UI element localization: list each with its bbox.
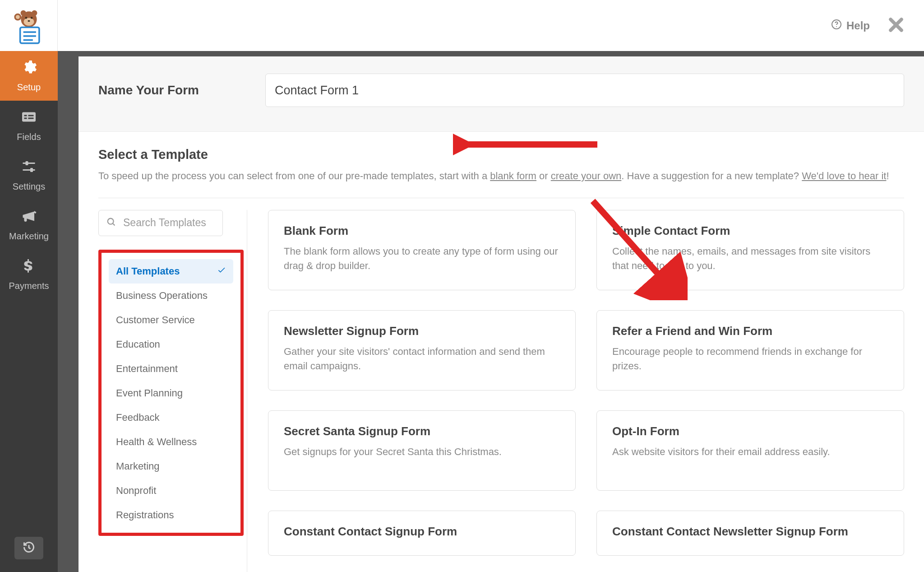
category-label: Entertainment xyxy=(116,363,178,375)
help-label: Help xyxy=(846,19,870,32)
divider xyxy=(98,198,904,198)
template-title: Opt-In Form xyxy=(612,424,888,438)
svg-rect-20 xyxy=(23,163,35,164)
form-name-input[interactable] xyxy=(265,74,904,107)
logo[interactable] xyxy=(0,0,58,51)
template-search-input[interactable] xyxy=(98,210,223,236)
select-template-subtext: To speed up the process you can select f… xyxy=(98,169,904,183)
select-template-heading: Select a Template xyxy=(98,147,904,162)
bullhorn-icon xyxy=(21,208,37,227)
close-button[interactable] xyxy=(888,17,904,35)
template-title: Simple Contact Form xyxy=(612,224,888,238)
category-all-templates[interactable]: All Templates xyxy=(109,259,233,284)
sidebar-item-label: Payments xyxy=(9,281,49,291)
help-icon xyxy=(831,19,842,33)
category-label: Business Operations xyxy=(116,290,208,302)
svg-point-5 xyxy=(30,17,32,19)
svg-point-2 xyxy=(32,10,37,15)
svg-point-8 xyxy=(15,15,19,19)
template-title: Blank Form xyxy=(284,224,560,238)
category-event-planning[interactable]: Event Planning xyxy=(109,381,233,405)
template-card-constant-contact-newsletter[interactable]: Constant Contact Newsletter Signup Form xyxy=(596,511,904,556)
form-name-row: Name Your Form xyxy=(79,56,924,132)
form-icon xyxy=(21,109,37,127)
template-card-secret-santa[interactable]: Secret Santa Signup Form Get signups for… xyxy=(268,410,576,491)
sliders-icon xyxy=(21,158,37,177)
category-label: Marketing xyxy=(116,460,160,472)
svg-rect-21 xyxy=(23,169,35,171)
builder-sidebar: Setup Fields Settings Marketing Payments xyxy=(0,51,58,572)
dollar-icon xyxy=(21,258,37,276)
sidebar-item-payments[interactable]: Payments xyxy=(0,250,58,299)
category-label: Customer Service xyxy=(116,314,195,326)
svg-point-24 xyxy=(108,219,114,224)
history-icon xyxy=(23,541,35,555)
svg-point-4 xyxy=(25,17,27,19)
template-card-newsletter-signup-form[interactable]: Newsletter Signup Form Gather your site … xyxy=(268,310,576,391)
category-label: All Templates xyxy=(116,265,180,277)
template-card-blank-form[interactable]: Blank Form The blank form allows you to … xyxy=(268,210,576,290)
category-label: Health & Wellness xyxy=(116,436,197,448)
category-feedback[interactable]: Feedback xyxy=(109,405,233,430)
template-desc: Collect the names, emails, and messages … xyxy=(612,244,888,273)
sidebar-item-marketing[interactable]: Marketing xyxy=(0,200,58,250)
template-title: Newsletter Signup Form xyxy=(284,324,560,338)
template-title: Constant Contact Newsletter Signup Form xyxy=(612,525,888,539)
close-icon xyxy=(888,27,904,34)
template-title: Secret Santa Signup Form xyxy=(284,424,560,438)
template-card-refer-a-friend[interactable]: Refer a Friend and Win Form Encourage pe… xyxy=(596,310,904,391)
sidebar-item-label: Setup xyxy=(17,82,41,93)
svg-rect-17 xyxy=(28,115,34,116)
template-card-simple-contact-form[interactable]: Simple Contact Form Collect the names, e… xyxy=(596,210,904,290)
category-nonprofit[interactable]: Nonprofit xyxy=(109,479,233,503)
sidebar-item-label: Fields xyxy=(17,132,41,142)
sidebar-item-label: Marketing xyxy=(9,231,49,242)
category-business-operations[interactable]: Business Operations xyxy=(109,284,233,308)
template-desc: Encourage people to recommend friends in… xyxy=(612,344,888,373)
svg-rect-15 xyxy=(22,112,36,122)
help-link[interactable]: Help xyxy=(831,19,870,33)
suggestion-link[interactable]: We'd love to hear it xyxy=(802,170,886,181)
svg-rect-19 xyxy=(28,118,34,119)
svg-point-1 xyxy=(20,10,26,15)
category-label: Event Planning xyxy=(116,387,183,399)
category-marketing[interactable]: Marketing xyxy=(109,454,233,479)
category-label: Nonprofit xyxy=(116,485,156,497)
template-desc: Ask website visitors for their email add… xyxy=(612,445,888,459)
blank-form-link[interactable]: blank form xyxy=(490,170,536,181)
sidebar-item-setup[interactable]: Setup xyxy=(0,51,58,101)
svg-point-14 xyxy=(836,26,837,27)
category-customer-service[interactable]: Customer Service xyxy=(109,308,233,332)
template-title: Refer a Friend and Win Form xyxy=(612,324,888,338)
history-button[interactable] xyxy=(14,537,43,559)
sidebar-item-settings[interactable]: Settings xyxy=(0,150,58,200)
category-registrations[interactable]: Registrations xyxy=(109,503,233,527)
category-entertainment[interactable]: Entertainment xyxy=(109,357,233,381)
template-desc: The blank form allows you to create any … xyxy=(284,244,560,273)
svg-rect-18 xyxy=(24,118,27,119)
template-desc: Get signups for your Secret Santa this C… xyxy=(284,445,560,459)
sidebar-item-label: Settings xyxy=(13,181,45,192)
svg-point-6 xyxy=(28,20,30,22)
category-education[interactable]: Education xyxy=(109,332,233,357)
template-desc: Gather your site visitors' contact infor… xyxy=(284,344,560,373)
svg-rect-22 xyxy=(26,161,28,165)
svg-rect-16 xyxy=(24,115,27,116)
template-title: Constant Contact Signup Form xyxy=(284,525,560,539)
check-icon xyxy=(217,265,226,277)
category-label: Education xyxy=(116,339,160,350)
create-your-own-link[interactable]: create your own xyxy=(551,170,622,181)
category-highlight-annotation: All Templates Business Operations Custom… xyxy=(98,250,244,536)
category-list: All Templates Business Operations Custom… xyxy=(102,259,240,527)
svg-rect-23 xyxy=(30,168,33,172)
category-health-wellness[interactable]: Health & Wellness xyxy=(109,430,233,454)
form-name-label: Name Your Form xyxy=(98,83,207,98)
gear-icon xyxy=(21,59,37,78)
search-icon xyxy=(106,217,116,229)
category-label: Registrations xyxy=(116,509,174,521)
category-label: Feedback xyxy=(116,412,160,423)
svg-line-25 xyxy=(113,223,115,226)
template-card-constant-contact-signup[interactable]: Constant Contact Signup Form xyxy=(268,511,576,556)
sidebar-item-fields[interactable]: Fields xyxy=(0,101,58,150)
template-card-opt-in-form[interactable]: Opt-In Form Ask website visitors for the… xyxy=(596,410,904,491)
